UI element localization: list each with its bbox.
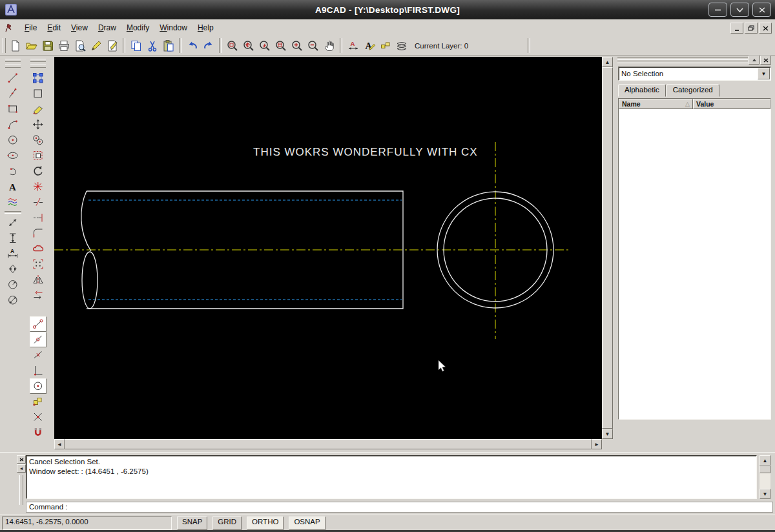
column-header-value[interactable]: Value — [693, 99, 770, 109]
vertical-scroll-thumb[interactable] — [602, 67, 613, 429]
zoom-dynamic-button[interactable] — [256, 37, 273, 54]
toggle-osnap[interactable]: OSNAP — [289, 517, 325, 530]
toolbar-grip[interactable] — [5, 65, 21, 68]
undo-button[interactable] — [184, 37, 200, 54]
snap-nearest-button[interactable] — [30, 347, 46, 363]
zoom-window-button[interactable] — [224, 37, 240, 54]
text-style-button[interactable]: A — [361, 37, 377, 54]
snap-center-button[interactable] — [30, 378, 46, 394]
scroll-right-arrow[interactable]: ► — [592, 439, 602, 449]
snap-midpoint-button[interactable] — [30, 332, 46, 347]
zoom-previous-button[interactable] — [273, 37, 289, 54]
move-button[interactable] — [30, 117, 46, 132]
window-close-button[interactable] — [752, 3, 771, 17]
tab-alphabetic[interactable]: Alphabetic — [618, 84, 666, 97]
dim-horizontal-button[interactable]: A — [5, 246, 21, 261]
dim-angular-button[interactable] — [5, 261, 21, 277]
menu-item-edit[interactable]: Edit — [42, 22, 66, 34]
rectangle-button[interactable] — [5, 101, 21, 117]
mdi-restore-button[interactable] — [745, 23, 758, 34]
polyline-button[interactable] — [5, 86, 21, 101]
zoom-extents-button[interactable] — [240, 37, 256, 54]
copy-object-button[interactable] — [30, 132, 46, 148]
command-close-button[interactable] — [17, 455, 26, 464]
panel-collapse-button[interactable] — [749, 56, 760, 65]
mdi-close-button[interactable] — [759, 23, 772, 34]
combo-dropdown-arrow[interactable]: ▼ — [758, 68, 770, 79]
snap-endpoint-button[interactable] — [30, 316, 46, 332]
open-button[interactable] — [23, 37, 39, 54]
mirror-button[interactable] — [30, 272, 46, 287]
extend-button[interactable] — [30, 210, 46, 225]
selection-combo[interactable]: No Selection ▼ — [618, 66, 771, 81]
drawing-canvas[interactable]: THIS WOKRS WONDERFULLY WITH CX — [54, 57, 602, 439]
canvas-vertical-scrollbar[interactable]: ▲ ▼ — [602, 57, 613, 439]
redo-button[interactable] — [200, 37, 216, 54]
snap-intersection-button[interactable] — [30, 409, 46, 425]
arc-button[interactable] — [5, 117, 21, 132]
tab-categorized[interactable]: Categorized — [666, 84, 719, 97]
menu-item-modify[interactable]: Modify — [121, 22, 154, 34]
rotate-button[interactable] — [30, 163, 46, 179]
dim-aligned-button[interactable] — [5, 215, 21, 230]
print-button[interactable] — [56, 37, 72, 54]
dim-diameter-button[interactable] — [5, 292, 21, 308]
marquee-button[interactable] — [30, 148, 46, 163]
circle-button[interactable] — [5, 132, 21, 148]
explode-button[interactable] — [30, 179, 46, 194]
window-restore-button[interactable] — [730, 3, 749, 17]
menu-item-help[interactable]: Help — [192, 22, 219, 34]
zoom-in-button[interactable] — [289, 37, 305, 54]
print-preview-button[interactable] — [72, 37, 88, 54]
menu-item-view[interactable]: View — [66, 22, 93, 34]
rect-select-button[interactable] — [30, 86, 46, 101]
panel-grip[interactable] — [617, 57, 748, 60]
fillet-button[interactable] — [30, 225, 46, 241]
scroll-up-arrow[interactable]: ▲ — [760, 455, 770, 466]
layers-button[interactable] — [393, 37, 409, 54]
panel-grip[interactable] — [617, 61, 748, 63]
toggle-grid[interactable]: GRID — [212, 517, 242, 530]
scroll-left-arrow[interactable]: ◄ — [54, 439, 65, 449]
scroll-up-arrow[interactable]: ▲ — [602, 57, 613, 67]
history-scroll-thumb[interactable] — [760, 466, 770, 473]
offset-button[interactable] — [30, 287, 46, 303]
ellipse-button[interactable] — [5, 148, 21, 163]
snap-magnet-button[interactable] — [30, 425, 46, 440]
command-window-grip[interactable] — [19, 475, 23, 505]
new-button[interactable] — [7, 37, 23, 54]
pan-button[interactable] — [321, 37, 337, 54]
canvas-horizontal-scrollbar[interactable]: ◄ ► — [54, 439, 602, 449]
key-button[interactable] — [377, 37, 393, 54]
copy-button[interactable] — [128, 37, 144, 54]
text-button[interactable]: A — [5, 179, 21, 194]
command-input[interactable]: Command : — [26, 502, 773, 513]
erase-button[interactable] — [30, 101, 46, 117]
snap-insertion-button[interactable] — [30, 394, 46, 409]
line-button[interactable] — [5, 70, 21, 86]
array-button[interactable] — [30, 256, 46, 272]
menu-item-window[interactable]: Window — [154, 22, 192, 34]
trim-button[interactable] — [30, 194, 46, 210]
dim-vertical-button[interactable] — [5, 230, 21, 246]
curve-button[interactable] — [5, 163, 21, 179]
toolbar-grip[interactable] — [5, 59, 21, 62]
save-button[interactable] — [39, 37, 56, 54]
toolbar-grip[interactable] — [30, 59, 46, 62]
command-history-scrollbar[interactable]: ▲ ▼ — [760, 455, 770, 499]
zoom-out-button[interactable] — [305, 37, 321, 54]
pencil-button[interactable] — [88, 37, 104, 54]
knife-button[interactable] — [104, 37, 120, 54]
dimension-style-button[interactable]: A — [345, 37, 361, 54]
toggle-snap[interactable]: SNAP — [177, 517, 207, 530]
snap-perpendicular-button[interactable] — [30, 363, 46, 378]
column-header-name[interactable]: Name △ — [619, 99, 693, 109]
horizontal-scroll-thumb[interactable] — [65, 439, 592, 449]
toolbar-grip[interactable] — [3, 38, 6, 53]
menu-item-draw[interactable]: Draw — [93, 22, 121, 34]
scroll-down-arrow[interactable]: ▼ — [760, 489, 770, 499]
dim-radius-button[interactable] — [5, 277, 21, 292]
toolbar-grip[interactable] — [30, 65, 46, 68]
select-button[interactable] — [30, 70, 46, 86]
hatch-button[interactable] — [5, 194, 21, 210]
